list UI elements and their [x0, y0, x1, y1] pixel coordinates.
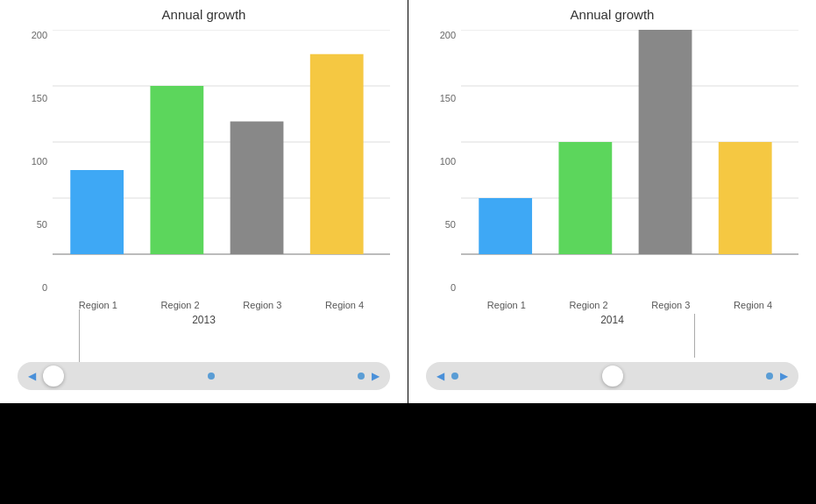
right-region1-label: Region 1	[472, 300, 542, 310]
right-chart-panel: Annual growth 200 150 100 50 0	[408, 0, 816, 403]
y-label-50: 50	[37, 219, 47, 230]
left-chart-panel: Annual growth 200 150 100 50 0	[0, 0, 408, 403]
left-chart-title: Annual growth	[0, 0, 408, 25]
ry-label-0: 0	[451, 282, 456, 293]
right-x-labels: Region 1 Region 2 Region 3 Region 4	[461, 300, 798, 310]
left-scrubber-dot2	[358, 373, 365, 380]
right-region4-label: Region 4	[718, 300, 788, 310]
ry-label-200: 200	[440, 30, 456, 40]
right-scrubber-dot1	[451, 373, 458, 380]
right-scrubber-dot2	[766, 373, 773, 380]
left-region2-label: Region 2	[145, 300, 216, 310]
y-label-150: 150	[32, 93, 47, 103]
right-year-text: 2014	[600, 314, 624, 326]
svg-rect-6	[70, 170, 124, 254]
svg-rect-17	[558, 142, 612, 254]
left-region1-label: Region 1	[63, 300, 133, 310]
y-label-200: 200	[32, 30, 47, 40]
right-callout-line	[694, 314, 695, 358]
right-chart-title: Annual growth	[408, 0, 816, 25]
left-chart-area: 200 150 100 50 0	[53, 30, 390, 310]
ry-label-100: 100	[440, 156, 456, 167]
right-region2-label: Region 2	[554, 300, 624, 310]
left-region4-label: Region 4	[309, 300, 380, 310]
right-prev-button[interactable]: ◀	[433, 370, 448, 382]
svg-rect-16	[479, 198, 532, 254]
right-region3-label: Region 3	[635, 300, 706, 310]
main-container: Annual growth 200 150 100 50 0	[0, 0, 816, 504]
y-label-100: 100	[32, 156, 47, 167]
left-callout-line	[79, 309, 80, 362]
right-year-label: 2014	[408, 314, 816, 326]
right-scrubber[interactable]: ◀ ▶	[426, 362, 798, 390]
ry-label-50: 50	[445, 219, 456, 230]
svg-rect-19	[719, 142, 772, 254]
left-next-button[interactable]: ▶	[368, 370, 383, 382]
left-prev-button[interactable]: ◀	[25, 370, 39, 382]
ry-label-150: 150	[440, 93, 456, 103]
right-scrubber-thumb[interactable]	[602, 366, 623, 387]
bottom-area	[0, 403, 816, 504]
svg-rect-18	[639, 30, 692, 254]
left-scrubber-thumb[interactable]	[43, 366, 64, 387]
svg-rect-7	[150, 86, 203, 254]
left-scrubber-dot1	[208, 373, 215, 380]
right-chart-area: 200 150 100 50 0	[461, 30, 798, 310]
y-label-0: 0	[42, 282, 47, 293]
left-y-axis: 200 150 100 50 0	[7, 30, 47, 293]
right-chart-svg	[461, 30, 798, 310]
right-next-button[interactable]: ▶	[777, 370, 791, 382]
left-chart-svg	[53, 30, 390, 310]
left-scrubber[interactable]: ◀ ▶	[18, 362, 390, 390]
right-y-axis: 200 150 100 50 0	[415, 30, 456, 293]
left-region3-label: Region 3	[227, 300, 297, 310]
svg-rect-8	[231, 122, 284, 254]
left-year-label: 2013	[0, 314, 408, 326]
left-x-labels: Region 1 Region 2 Region 3 Region 4	[53, 300, 390, 310]
svg-rect-9	[310, 54, 364, 254]
